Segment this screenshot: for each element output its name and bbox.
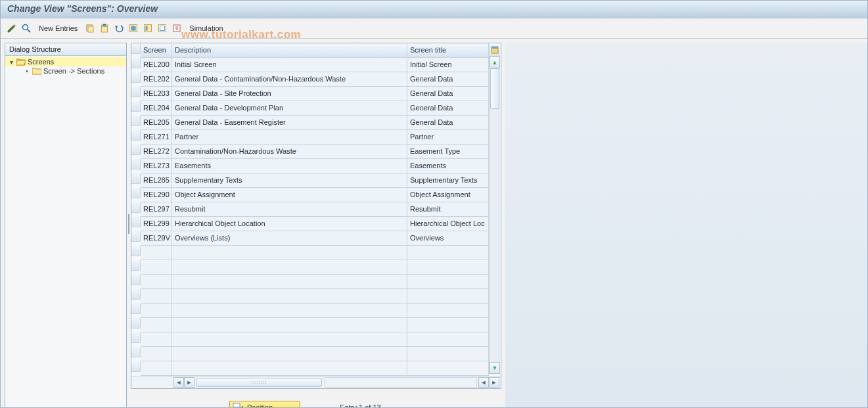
cell-screen[interactable]: REL290: [141, 188, 172, 202]
cell-screen[interactable]: [141, 246, 172, 260]
cell-screen-title[interactable]: General Data: [407, 101, 489, 116]
row-selector[interactable]: [131, 318, 141, 329]
cell-description[interactable]: Initial Screen: [172, 58, 407, 72]
toggle-display-change-icon[interactable]: [6, 22, 18, 34]
cell-description[interactable]: [172, 318, 407, 332]
cell-screen-title[interactable]: Easement Type: [407, 145, 489, 159]
cell-screen-title[interactable]: Partner: [407, 130, 489, 145]
cell-screen-title[interactable]: Resubmit: [407, 202, 489, 217]
row-selector[interactable]: [131, 275, 141, 285]
cell-description[interactable]: [172, 332, 407, 347]
scroll-down-icon[interactable]: ▼: [490, 362, 500, 374]
delete-icon[interactable]: [99, 22, 110, 34]
cell-screen-title[interactable]: [407, 275, 489, 289]
scroll-up-icon[interactable]: ▲: [490, 57, 500, 68]
copy-as-icon[interactable]: [84, 22, 96, 34]
row-selector[interactable]: [131, 159, 141, 170]
vertical-scrollbar[interactable]: ▲ ▼: [489, 57, 500, 374]
cell-screen-title[interactable]: General Data: [407, 87, 489, 101]
cell-description[interactable]: [172, 260, 407, 275]
cell-screen[interactable]: REL29V: [141, 231, 172, 246]
row-selector[interactable]: [131, 130, 141, 141]
print-bc-set-icon[interactable]: [171, 22, 183, 34]
find-icon[interactable]: [20, 22, 32, 34]
row-selector[interactable]: [131, 332, 141, 343]
cell-description[interactable]: [172, 361, 407, 376]
row-selector[interactable]: [131, 87, 141, 97]
hscroll-right-icon[interactable]: ►: [184, 377, 194, 388]
cell-screen-title[interactable]: [407, 289, 489, 304]
row-selector[interactable]: [131, 202, 141, 213]
cell-screen[interactable]: [141, 347, 172, 361]
cell-screen[interactable]: [141, 332, 172, 347]
cell-description[interactable]: General Data - Site Protection: [172, 87, 407, 101]
row-selector[interactable]: [131, 101, 141, 112]
cell-screen-title[interactable]: General Data: [407, 116, 489, 130]
cell-screen[interactable]: [141, 318, 172, 332]
col-header-screen[interactable]: Screen: [141, 43, 172, 58]
cell-description[interactable]: General Data - Easement Register: [172, 116, 407, 130]
hscroll-track[interactable]: [325, 377, 477, 388]
row-selector[interactable]: [131, 72, 141, 83]
scroll-thumb[interactable]: [490, 68, 499, 109]
row-selector[interactable]: [131, 347, 141, 357]
select-all-icon[interactable]: [127, 22, 139, 34]
cell-description[interactable]: Easements: [172, 159, 407, 173]
cell-description[interactable]: Object Assignment: [172, 188, 407, 202]
cell-screen-title[interactable]: [407, 260, 489, 275]
cell-screen[interactable]: REL297: [141, 202, 172, 217]
cell-description[interactable]: [172, 289, 407, 304]
cell-description[interactable]: Overviews (Lists): [172, 231, 407, 246]
cell-screen-title[interactable]: Supplementary Texts: [407, 173, 489, 188]
row-selector[interactable]: [131, 246, 141, 256]
cell-screen-title[interactable]: Hierarchical Object Loc: [407, 217, 489, 231]
cell-screen-title[interactable]: Easements: [407, 159, 489, 173]
cell-screen[interactable]: [141, 361, 172, 376]
cell-screen[interactable]: REL271: [141, 130, 172, 145]
row-selector[interactable]: [131, 289, 141, 300]
cell-screen[interactable]: REL285: [141, 173, 172, 188]
hscroll-left2-icon[interactable]: ◄: [478, 377, 489, 388]
hscroll-right2-icon[interactable]: ►: [489, 377, 499, 388]
cell-screen[interactable]: REL205: [141, 116, 172, 130]
simulation-button[interactable]: Simulation: [185, 24, 227, 32]
position-button[interactable]: Position...: [229, 401, 300, 408]
row-selector[interactable]: [131, 188, 141, 198]
cell-description[interactable]: [172, 275, 407, 289]
row-selector[interactable]: [131, 231, 141, 242]
row-selector[interactable]: [131, 173, 141, 184]
row-selector[interactable]: [131, 260, 141, 271]
cell-description[interactable]: General Data - Contamination/Non-Hazardo…: [172, 72, 407, 87]
cell-screen[interactable]: [141, 275, 172, 289]
tree-node-screen-sections[interactable]: • Screen -> Sections: [5, 66, 126, 76]
cell-screen[interactable]: REL204: [141, 101, 172, 116]
tree-node-screens[interactable]: ▾ Screens: [5, 57, 126, 66]
hscroll-left-icon[interactable]: ◄: [173, 377, 184, 388]
cell-screen-title[interactable]: [407, 332, 489, 347]
undo-change-icon[interactable]: [113, 22, 125, 34]
cell-screen[interactable]: REL273: [141, 159, 172, 173]
row-selector[interactable]: [131, 361, 141, 372]
cell-screen[interactable]: [141, 304, 172, 318]
cell-description[interactable]: Supplementary Texts: [172, 173, 407, 188]
cell-screen[interactable]: REL299: [141, 217, 172, 231]
cell-screen-title[interactable]: Overviews: [407, 231, 489, 246]
cell-screen[interactable]: REL200: [141, 58, 172, 72]
row-selector-header[interactable]: [131, 43, 141, 54]
row-selector[interactable]: [131, 58, 141, 68]
cell-description[interactable]: Hierarchical Object Location: [172, 217, 407, 231]
new-entries-button[interactable]: New Entries: [35, 24, 81, 32]
cell-screen-title[interactable]: [407, 304, 489, 318]
cell-screen-title[interactable]: General Data: [407, 72, 489, 87]
select-block-icon[interactable]: [142, 22, 154, 34]
hscroll-thumb[interactable]: [196, 378, 322, 387]
row-selector[interactable]: [131, 116, 141, 126]
cell-screen[interactable]: REL203: [141, 87, 172, 101]
deselect-all-icon[interactable]: [156, 22, 168, 34]
cell-description[interactable]: [172, 304, 407, 318]
row-selector[interactable]: [131, 304, 141, 314]
row-selector[interactable]: [131, 145, 141, 155]
cell-description[interactable]: Partner: [172, 130, 407, 145]
table-settings-icon[interactable]: [489, 44, 500, 57]
cell-screen-title[interactable]: [407, 246, 489, 260]
